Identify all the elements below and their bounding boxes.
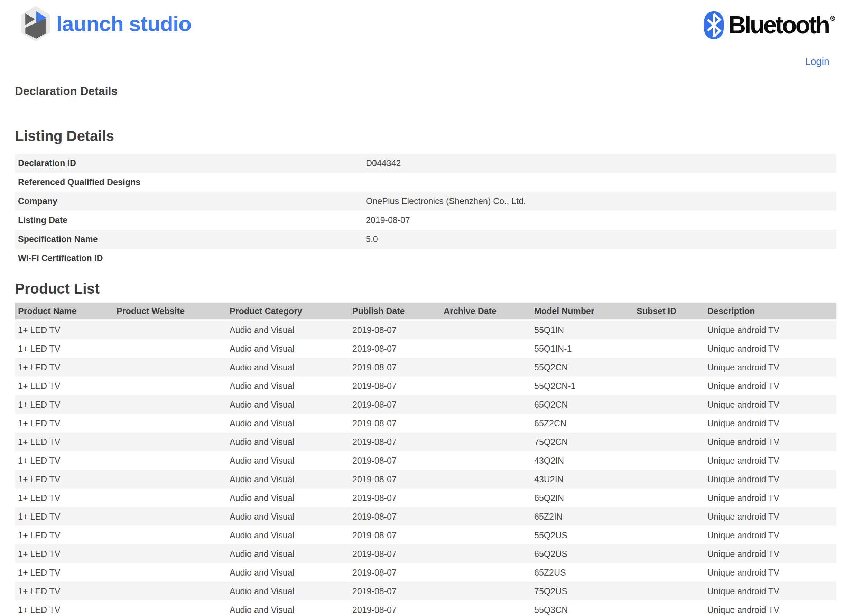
cell-publish-date: 2019-08-07 bbox=[349, 582, 441, 600]
cell-product-name: 1+ LED TV bbox=[15, 451, 113, 470]
cell-product-website bbox=[113, 395, 226, 414]
cell-product-category: Audio and Visual bbox=[226, 339, 349, 358]
cell-product-website bbox=[113, 414, 226, 433]
cell-publish-date: 2019-08-07 bbox=[349, 339, 441, 358]
cell-product-category: Audio and Visual bbox=[226, 470, 349, 488]
cell-product-website bbox=[113, 433, 226, 451]
listing-row: Specification Name5.0 bbox=[15, 230, 837, 249]
cell-publish-date: 2019-08-07 bbox=[349, 395, 441, 414]
product-row: 1+ LED TVAudio and Visual2019-08-0755Q2U… bbox=[15, 526, 837, 544]
cell-model-number: 55Q1IN-1 bbox=[531, 339, 634, 358]
cell-product-website bbox=[113, 600, 226, 616]
column-header-model-number: Model Number bbox=[531, 303, 634, 320]
product-list-title: Product List bbox=[15, 280, 837, 298]
cell-product-category: Audio and Visual bbox=[226, 451, 349, 470]
cell-publish-date: 2019-08-07 bbox=[349, 563, 441, 582]
cell-product-website bbox=[113, 358, 226, 377]
cell-subset-id bbox=[634, 320, 704, 339]
cell-product-name: 1+ LED TV bbox=[15, 544, 113, 563]
cell-subset-id bbox=[634, 488, 704, 507]
cell-product-name: 1+ LED TV bbox=[15, 507, 113, 526]
login-row: Login bbox=[0, 56, 844, 69]
column-header-archive-date: Archive Date bbox=[441, 303, 531, 320]
cell-product-name: 1+ LED TV bbox=[15, 582, 113, 600]
cell-archive-date bbox=[441, 563, 531, 582]
cell-model-number: 55Q2CN bbox=[531, 358, 634, 377]
cell-product-name: 1+ LED TV bbox=[15, 470, 113, 488]
cell-subset-id bbox=[634, 600, 704, 616]
registered-trademark-mark: ® bbox=[830, 15, 835, 22]
cell-model-number: 43U2IN bbox=[531, 470, 634, 488]
column-header-publish-date: Publish Date bbox=[349, 303, 441, 320]
cell-product-name: 1+ LED TV bbox=[15, 395, 113, 414]
cell-description: Unique android TV bbox=[704, 544, 837, 563]
cell-product-category: Audio and Visual bbox=[226, 433, 349, 451]
cell-description: Unique android TV bbox=[704, 433, 837, 451]
cell-description: Unique android TV bbox=[704, 582, 837, 600]
cell-archive-date bbox=[441, 377, 531, 395]
cell-model-number: 55Q1IN bbox=[531, 320, 634, 339]
cell-product-category: Audio and Visual bbox=[226, 507, 349, 526]
cell-archive-date bbox=[441, 507, 531, 526]
cell-model-number: 65Z2US bbox=[531, 563, 634, 582]
cell-subset-id bbox=[634, 358, 704, 377]
cell-product-category: Audio and Visual bbox=[226, 320, 349, 339]
cell-product-category: Audio and Visual bbox=[226, 544, 349, 563]
product-row: 1+ LED TVAudio and Visual2019-08-0765Q2C… bbox=[15, 395, 837, 414]
product-row: 1+ LED TVAudio and Visual2019-08-0775Q2C… bbox=[15, 433, 837, 451]
cell-model-number: 65Q2CN bbox=[531, 395, 634, 414]
listing-details-table: Declaration IDD044342Referenced Qualifie… bbox=[15, 154, 837, 268]
listing-row: Declaration IDD044342 bbox=[15, 154, 837, 173]
cell-archive-date bbox=[441, 600, 531, 616]
product-row: 1+ LED TVAudio and Visual2019-08-0755Q2C… bbox=[15, 377, 837, 395]
cell-publish-date: 2019-08-07 bbox=[349, 526, 441, 544]
column-header-product-website: Product Website bbox=[113, 303, 226, 320]
cell-subset-id bbox=[634, 377, 704, 395]
cell-model-number: 75Q2US bbox=[531, 582, 634, 600]
cell-description: Unique android TV bbox=[704, 526, 837, 544]
cell-subset-id bbox=[634, 582, 704, 600]
cell-publish-date: 2019-08-07 bbox=[349, 600, 441, 616]
listing-label: Referenced Qualified Designs bbox=[15, 173, 366, 192]
cell-subset-id bbox=[634, 395, 704, 414]
cell-model-number: 43Q2IN bbox=[531, 451, 634, 470]
cell-subset-id bbox=[634, 414, 704, 433]
cell-subset-id bbox=[634, 433, 704, 451]
launch-studio-logo[interactable]: launch studio bbox=[21, 5, 191, 42]
column-header-product-category: Product Category bbox=[226, 303, 349, 320]
brand-name: launch studio bbox=[56, 12, 191, 36]
cell-model-number: 65Z2IN bbox=[531, 507, 634, 526]
login-link[interactable]: Login bbox=[805, 56, 829, 67]
cell-description: Unique android TV bbox=[704, 377, 837, 395]
cell-archive-date bbox=[441, 339, 531, 358]
product-table-body: 1+ LED TVAudio and Visual2019-08-0755Q1I… bbox=[15, 320, 837, 616]
listing-value bbox=[366, 249, 837, 268]
bluetooth-logo[interactable]: Bluetooth ® bbox=[704, 5, 835, 44]
cell-product-category: Audio and Visual bbox=[226, 563, 349, 582]
cell-publish-date: 2019-08-07 bbox=[349, 470, 441, 488]
listing-label: Specification Name bbox=[15, 230, 366, 249]
listing-row: Referenced Qualified Designs bbox=[15, 173, 837, 192]
listing-row: Listing Date2019-08-07 bbox=[15, 211, 837, 230]
cell-product-category: Audio and Visual bbox=[226, 600, 349, 616]
cell-archive-date bbox=[441, 544, 531, 563]
cell-product-website bbox=[113, 563, 226, 582]
product-row: 1+ LED TVAudio and Visual2019-08-0775Q2U… bbox=[15, 582, 837, 600]
column-header-product-name: Product Name bbox=[15, 303, 113, 320]
cell-model-number: 55Q2US bbox=[531, 526, 634, 544]
cell-subset-id bbox=[634, 451, 704, 470]
product-row: 1+ LED TVAudio and Visual2019-08-0755Q1I… bbox=[15, 339, 837, 358]
cell-archive-date bbox=[441, 358, 531, 377]
cell-product-name: 1+ LED TV bbox=[15, 600, 113, 616]
cell-product-name: 1+ LED TV bbox=[15, 414, 113, 433]
product-row: 1+ LED TVAudio and Visual2019-08-0743Q2I… bbox=[15, 451, 837, 470]
listing-label: Company bbox=[15, 192, 366, 211]
listing-details-title: Listing Details bbox=[15, 128, 837, 145]
cell-model-number: 65Q2US bbox=[531, 544, 634, 563]
cell-description: Unique android TV bbox=[704, 339, 837, 358]
cell-description: Unique android TV bbox=[704, 507, 837, 526]
cell-archive-date bbox=[441, 451, 531, 470]
cell-product-category: Audio and Visual bbox=[226, 377, 349, 395]
cell-product-category: Audio and Visual bbox=[226, 395, 349, 414]
page: launch studio Bluetooth ® Login Declarat… bbox=[0, 0, 844, 616]
